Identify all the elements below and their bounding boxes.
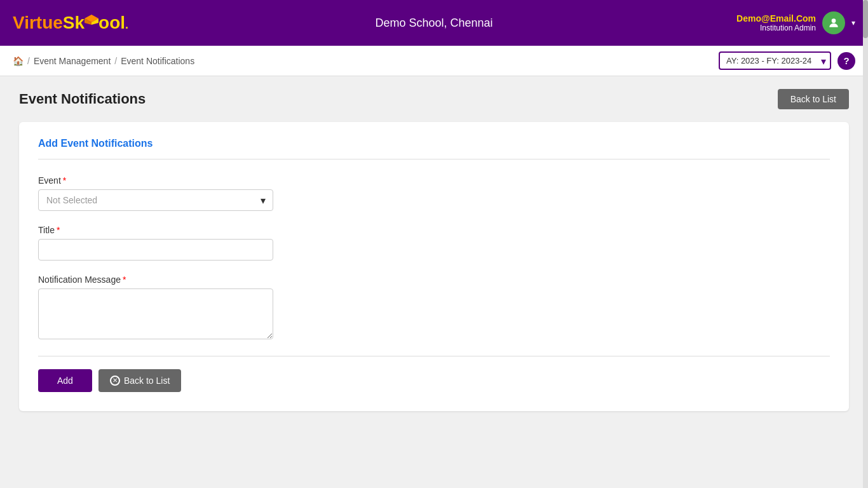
school-name: Demo School, Chennai (375, 17, 492, 30)
main-content: Event Notifications Back to List Add Eve… (0, 76, 868, 424)
graduation-cap-icon (85, 13, 98, 26)
page-title: Event Notifications (19, 91, 146, 107)
ay-select-wrapper[interactable]: AY: 2023 - FY: 2023-24 (719, 51, 831, 70)
user-area: Demo@Email.Com Institution Admin ▾ (736, 11, 855, 34)
title-field-group: Title* (38, 225, 830, 261)
user-info: Demo@Email.Com Institution Admin (736, 13, 816, 32)
breadcrumb: 🏠 / Event Management / Event Notificatio… (13, 56, 194, 66)
form-section-title: Add Event Notifications (38, 138, 830, 149)
breadcrumb-bar: 🏠 / Event Management / Event Notificatio… (0, 46, 868, 76)
notification-message-field-group: Notification Message* (38, 274, 830, 342)
user-role: Institution Admin (736, 24, 816, 32)
notification-message-label: Notification Message* (38, 274, 830, 285)
event-required-star: * (63, 175, 66, 186)
breadcrumb-event-management[interactable]: Event Management (34, 56, 111, 66)
user-email: Demo@Email.Com (736, 13, 816, 24)
help-button[interactable]: ? (837, 52, 855, 70)
form-bottom-divider (38, 356, 830, 356)
breadcrumb-right: AY: 2023 - FY: 2023-24 ? (719, 51, 855, 70)
logo-skool2: ool (98, 13, 125, 32)
logo-skool: Sk (63, 13, 85, 32)
breadcrumb-sep-2: / (114, 56, 117, 66)
notification-message-textarea[interactable] (38, 288, 273, 339)
scrollbar-track[interactable] (863, 0, 868, 488)
app-header: VirtueSk ool. Demo School, Chennai Demo@… (0, 0, 868, 46)
title-input[interactable] (38, 239, 273, 261)
breadcrumb-sep-1: / (27, 56, 30, 66)
scrollbar-thumb[interactable] (863, 0, 868, 38)
ay-select[interactable]: AY: 2023 - FY: 2023-24 (719, 51, 831, 70)
user-dropdown-arrow[interactable]: ▾ (851, 18, 855, 27)
logo: VirtueSk ool. (13, 13, 128, 33)
circle-x-icon: ✕ (110, 376, 120, 386)
event-select-wrapper[interactable]: Not Selected (38, 189, 273, 211)
logo-virtue: Virtue (13, 13, 63, 32)
svg-point-3 (832, 18, 836, 23)
form-actions: Add ✕ Back to List (38, 369, 830, 392)
event-label: Event* (38, 175, 830, 186)
back-to-list-bottom-button[interactable]: ✕ Back to List (98, 369, 181, 392)
notification-required-star: * (123, 274, 126, 285)
home-icon[interactable]: 🏠 (13, 56, 24, 66)
title-required-star: * (57, 225, 60, 235)
user-icon (827, 17, 840, 29)
title-label: Title* (38, 225, 830, 235)
back-to-list-top-button[interactable]: Back to List (778, 89, 849, 109)
form-card: Add Event Notifications Event* Not Selec… (19, 122, 849, 411)
avatar (822, 11, 845, 34)
logo-dot: . (125, 18, 128, 31)
add-button[interactable]: Add (38, 369, 92, 392)
back-to-list-bottom-label: Back to List (124, 376, 170, 386)
event-select[interactable]: Not Selected (38, 189, 273, 211)
form-top-divider (38, 159, 830, 159)
page-header: Event Notifications Back to List (19, 89, 849, 109)
breadcrumb-current: Event Notifications (121, 56, 194, 66)
event-field-group: Event* Not Selected (38, 175, 830, 211)
